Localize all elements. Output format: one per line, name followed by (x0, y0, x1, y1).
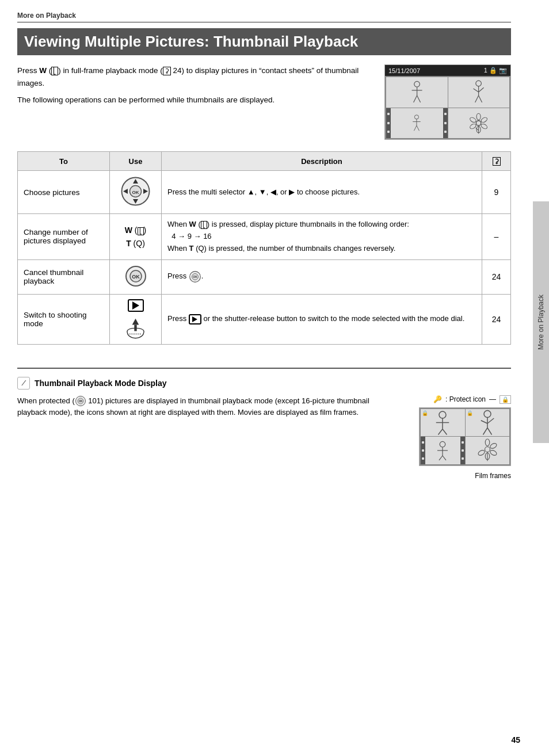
svg-marker-38 (132, 318, 139, 324)
protect-film-left (421, 437, 425, 464)
cam-grid (385, 76, 510, 139)
svg-text:OK: OK (132, 274, 140, 280)
page-title: Viewing Multiple Pictures: Thumbnail Pla… (17, 28, 511, 55)
svg-line-7 (474, 89, 479, 92)
svg-point-16 (476, 121, 481, 125)
protect-lock-1: 🔒 (422, 410, 428, 416)
protect-cell-3 (421, 437, 465, 464)
svg-point-60 (485, 447, 490, 452)
row-desc-switch: Press or the shutter-release button to s… (162, 294, 482, 344)
protect-person-3 (434, 439, 451, 462)
svg-text:OK: OK (78, 400, 83, 403)
svg-line-15 (417, 125, 420, 131)
page-container: More on Playback More on Playback Viewin… (0, 0, 549, 756)
w-zoom-icon: ⎣ (138, 227, 144, 235)
svg-point-19 (481, 123, 488, 130)
w-icon: ⎣ (51, 67, 58, 75)
svg-point-65 (477, 449, 485, 456)
cam-date: 15/11/2007 (388, 67, 420, 74)
operations-table: To Use Description ⚳ Choose pictures (17, 151, 511, 345)
row-to-choose: Choose pictures (18, 171, 110, 214)
note-pencil-icon: ∕ (17, 377, 30, 390)
protect-grid: 🔒 (420, 408, 510, 465)
cam-cell-2 (448, 77, 510, 108)
svg-point-5 (476, 81, 482, 86)
ok-circle-icon: OK (124, 265, 147, 288)
svg-point-61 (485, 439, 490, 446)
th-use: Use (110, 152, 162, 171)
svg-point-22 (469, 116, 476, 123)
svg-line-10 (479, 96, 482, 102)
cam-cell-4 (448, 108, 510, 139)
th-ref: ⚳ (482, 152, 511, 171)
row-ref-choose: 9 (482, 171, 511, 214)
person-icon-2 (454, 80, 503, 104)
protect-icon-sample: 🔒 (500, 395, 511, 404)
svg-line-53 (483, 427, 487, 434)
svg-point-0 (414, 82, 420, 87)
svg-point-63 (489, 449, 497, 456)
th-desc: Description (162, 152, 482, 171)
table-row: Switch to shooting mode (18, 294, 511, 344)
svg-point-44 (439, 411, 446, 418)
note-text: When protected (OK 101) pictures are dis… (17, 395, 396, 480)
row-to-switch: Switch to shooting mode (18, 294, 110, 344)
svg-line-54 (487, 427, 492, 434)
table-row: Cancel thumbnail playback OK Press OK. 2… (18, 259, 511, 294)
film-frames-label: Film frames (475, 472, 511, 480)
protect-area: 🔑 : Protect icon — 🔒 🔒 (407, 395, 511, 480)
svg-text:OK: OK (132, 190, 139, 195)
note-title: ∕ Thumbnail Playback Mode Display (17, 377, 511, 390)
protect-display: 🔒 (419, 407, 511, 466)
cam-header: 15/11/2007 1 🔒 📷 (385, 65, 510, 76)
main-content: More on Playback Viewing Multiple Pictur… (0, 0, 528, 491)
intro-line1: Press W (⎣) in full-frame playback mode … (17, 64, 373, 89)
svg-line-58 (439, 456, 443, 460)
protect-arrow: — (489, 395, 496, 403)
svg-line-24 (476, 128, 479, 130)
row-desc-choose: Press the multi selector ▲, ▼, ◀, or ▶ t… (162, 171, 482, 214)
protect-label-row: 🔑 : Protect icon — 🔒 (433, 395, 511, 404)
film-strip-left (386, 108, 391, 139)
note-title-text: Thumbnail Playback Mode Display (35, 379, 167, 388)
protect-film-right (460, 437, 465, 464)
row-use-cancel: OK (110, 259, 162, 294)
table-row: Choose pictures (18, 171, 511, 214)
svg-point-11 (415, 115, 419, 119)
svg-text:OK: OK (193, 276, 197, 278)
svg-line-8 (479, 87, 484, 92)
protect-label-text: : Protect icon (445, 395, 486, 403)
camera-display: 15/11/2007 1 🔒 📷 (384, 64, 511, 140)
section-label: More on Playback (17, 12, 511, 22)
ok-inline-icon: OK (189, 270, 201, 283)
protect-flower (476, 437, 499, 463)
svg-line-9 (475, 96, 479, 102)
cam-cell-1 (386, 77, 448, 108)
protect-person-2 (476, 410, 499, 436)
note-body: When protected (OK 101) pictures are dis… (17, 395, 511, 480)
page-number: 45 (511, 735, 520, 744)
cam-info: 1 🔒 📷 (484, 67, 507, 74)
ref-header-icon: ⚳ (493, 157, 501, 166)
svg-line-52 (487, 418, 494, 423)
wt-buttons: W (⎣) T (Q) (116, 226, 155, 247)
switch-icons (116, 299, 155, 339)
table-row: Change number of pictures displayed W (⎣… (18, 214, 511, 259)
play-triangle (132, 301, 139, 310)
w-icon-desc: ⎣ (201, 221, 207, 229)
svg-line-14 (414, 125, 417, 131)
svg-point-17 (476, 113, 481, 120)
cam-cell-3 (386, 108, 448, 139)
side-tab: More on Playback (533, 201, 549, 443)
svg-point-55 (440, 441, 445, 447)
shutter-icon (123, 316, 148, 339)
person-icon-1 (392, 80, 441, 104)
row-ref-change: – (482, 214, 511, 259)
row-use-switch (110, 294, 162, 344)
row-ref-cancel: 24 (482, 259, 511, 294)
row-desc-change: When W (⎣) is pressed, display picture t… (162, 214, 482, 259)
row-ref-switch: 24 (482, 294, 511, 344)
th-to: To (18, 152, 110, 171)
row-desc-cancel: Press OK. (162, 259, 482, 294)
svg-line-3 (413, 96, 417, 102)
